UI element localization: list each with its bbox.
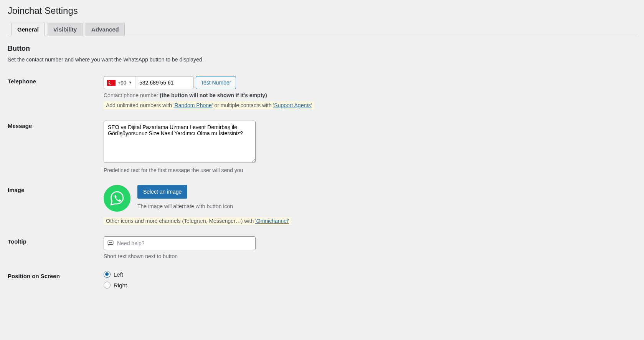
- tooltip-input[interactable]: [117, 237, 252, 250]
- tooltip-help: Short text shown next to button: [104, 253, 632, 259]
- svg-point-1: [109, 242, 109, 243]
- phone-input[interactable]: [135, 76, 193, 89]
- image-note: Other icons and more channels (Telegram,…: [104, 217, 291, 225]
- speech-bubble-icon: [107, 240, 114, 247]
- omnichannel-link[interactable]: 'Omnichannel': [255, 218, 289, 224]
- svg-point-3: [111, 242, 112, 243]
- chevron-down-icon: ▼: [129, 81, 132, 85]
- section-description: Set the contact number and where you wan…: [8, 56, 636, 63]
- whatsapp-icon: [104, 185, 130, 212]
- section-heading: Button: [8, 45, 636, 53]
- phone-input-group: +90 ▼: [104, 76, 193, 89]
- image-label: Image: [8, 179, 104, 231]
- telephone-note: Add unlimited numbers with 'Random Phone…: [104, 101, 314, 109]
- message-textarea[interactable]: SEO ve Dijital Pazarlama Uzmanı Levent D…: [104, 121, 256, 163]
- image-help: The image will alternate with button ico…: [137, 203, 233, 209]
- page-title: Joinchat Settings: [8, 5, 636, 16]
- telephone-help: Contact phone number (the button will no…: [104, 92, 632, 98]
- tooltip-input-wrap: [104, 236, 256, 250]
- telephone-label: Telephone: [8, 70, 104, 115]
- select-image-button[interactable]: Select an image: [137, 185, 187, 199]
- flag-tr-icon: [107, 80, 116, 86]
- position-radio-left[interactable]: [104, 271, 111, 278]
- tab-advanced[interactable]: Advanced: [86, 23, 125, 36]
- svg-point-2: [110, 242, 111, 243]
- tab-visibility[interactable]: Visibility: [48, 23, 83, 36]
- country-selector[interactable]: +90 ▼: [104, 76, 135, 89]
- position-option-left[interactable]: Left: [104, 271, 632, 278]
- test-number-button[interactable]: Test Number: [196, 76, 236, 89]
- message-help: Predefined text for the first message th…: [104, 167, 632, 173]
- message-label: Message: [8, 115, 104, 179]
- dial-code: +90: [118, 80, 126, 86]
- support-agents-link[interactable]: 'Support Agents': [273, 102, 312, 108]
- tabs-wrapper: General Visibility Advanced: [8, 22, 636, 36]
- position-option-right[interactable]: Right: [104, 282, 632, 289]
- tooltip-label: Tooltip: [8, 231, 104, 265]
- tab-general[interactable]: General: [12, 23, 45, 36]
- random-phone-link[interactable]: 'Random Phone': [173, 102, 213, 108]
- position-radio-right[interactable]: [104, 282, 111, 289]
- position-label: Position on Screen: [8, 265, 104, 298]
